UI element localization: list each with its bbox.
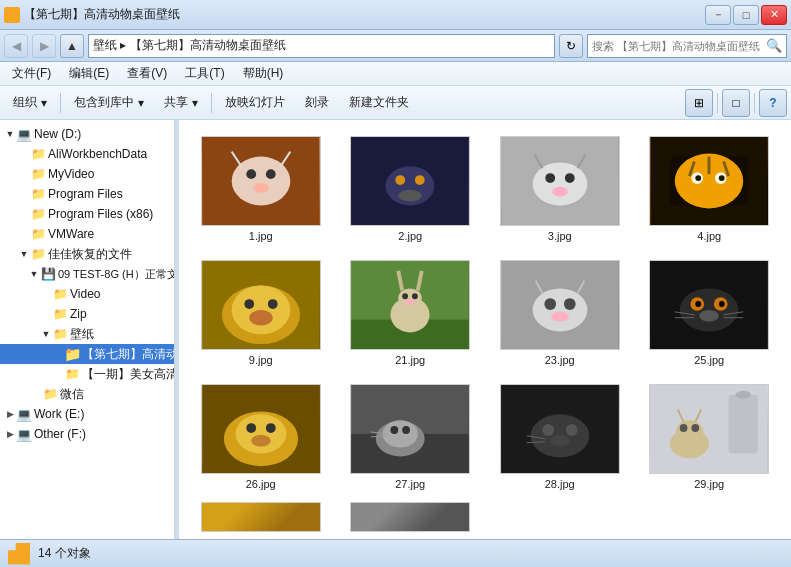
address-bar: ◀ ▶ ▲ 壁纸 ▸ 【第七期】高清动物桌面壁纸 ↻ 🔍: [0, 30, 791, 62]
svg-rect-84: [729, 395, 758, 454]
burn-button[interactable]: 刻录: [296, 89, 338, 117]
file-thumbnail-partial-2: [350, 502, 470, 532]
sidebar-item-programfiles[interactable]: 📁 Program Files: [0, 184, 174, 204]
window-icon: [4, 7, 20, 23]
sidebar-item-zip[interactable]: 📁 Zip: [0, 304, 174, 324]
menu-help[interactable]: 帮助(H): [235, 63, 292, 84]
new-folder-button[interactable]: 新建文件夹: [340, 89, 418, 117]
menu-tools[interactable]: 工具(T): [177, 63, 232, 84]
arrow-programfiles: [18, 188, 30, 200]
arrow-bizhi: ▼: [40, 328, 52, 340]
svg-point-9: [396, 175, 406, 185]
file-item-28[interactable]: 28.jpg: [490, 380, 630, 494]
minimize-button[interactable]: －: [705, 5, 731, 25]
sidebar-item-video[interactable]: 📁 Video: [0, 284, 174, 304]
svg-point-10: [415, 175, 425, 185]
back-button[interactable]: ◀: [4, 34, 28, 58]
file-name-2: 2.jpg: [398, 230, 422, 242]
sidebar-item-q1[interactable]: 📁 【一期】美女高清壁纸: [0, 364, 174, 384]
file-area: 1.jpg 2.jpg: [179, 120, 791, 539]
svg-point-65: [246, 423, 256, 433]
file-item-partial-2[interactable]: [341, 498, 481, 536]
file-item-27[interactable]: 27.jpg: [341, 380, 481, 494]
folder-icon-video: 📁: [52, 286, 68, 302]
file-thumbnail-3: [500, 136, 620, 226]
label-work-e: Work (E:): [34, 407, 84, 421]
file-item-4[interactable]: 4.jpg: [640, 132, 780, 246]
svg-point-41: [402, 293, 408, 299]
close-button[interactable]: ✕: [761, 5, 787, 25]
status-text: 14 个对象: [38, 545, 91, 562]
forward-button[interactable]: ▶: [32, 34, 56, 58]
svg-point-2: [246, 169, 256, 179]
sidebar-item-test8g[interactable]: ▼ 💾 09 TEST-8G (H）正常文件 (8278...: [0, 264, 174, 284]
file-thumbnail-26: [201, 384, 321, 474]
folder-icon-myvideo: 📁: [30, 166, 46, 182]
svg-point-15: [565, 173, 575, 183]
details-pane-button[interactable]: □: [722, 89, 750, 117]
menu-bar: 文件(F) 编辑(E) 查看(V) 工具(T) 帮助(H): [0, 62, 791, 86]
menu-file[interactable]: 文件(F): [4, 63, 59, 84]
sidebar-item-myvideo[interactable]: 📁 MyVideo: [0, 164, 174, 184]
file-thumbnail-svg-25: [650, 261, 768, 349]
folder-icon-q1: 📁: [64, 366, 80, 382]
sidebar-item-jiajia[interactable]: ▼ 📁 佳佳恢复的文件: [0, 244, 174, 264]
file-name-1: 1.jpg: [249, 230, 273, 242]
drive-icon-test8g: 💾: [40, 266, 56, 282]
sidebar-item-bizhi[interactable]: ▼ 📁 壁纸: [0, 324, 174, 344]
svg-point-11: [399, 190, 422, 202]
arrow-programfilesx86: [18, 208, 30, 220]
file-item-23[interactable]: 23.jpg: [490, 256, 630, 370]
view-toggle-button[interactable]: ⊞: [685, 89, 713, 117]
sidebar-item-programfilesx86[interactable]: 📁 Program Files (x86): [0, 204, 174, 224]
file-item-2[interactable]: 2.jpg: [341, 132, 481, 246]
maximize-button[interactable]: □: [733, 5, 759, 25]
svg-point-57: [699, 310, 719, 322]
svg-point-72: [391, 426, 399, 434]
sidebar-item-new-d[interactable]: ▼ 💻 New (D:): [0, 124, 174, 144]
slideshow-button[interactable]: 放映幻灯片: [216, 89, 294, 117]
file-item-partial-1[interactable]: [191, 498, 331, 536]
share-button[interactable]: 共享 ▾: [155, 89, 207, 117]
search-input[interactable]: [592, 40, 764, 52]
file-item-1[interactable]: 1.jpg: [191, 132, 331, 246]
file-item-9[interactable]: 9.jpg: [191, 256, 331, 370]
title-bar-left: 【第七期】高清动物桌面壁纸: [4, 6, 180, 23]
menu-view[interactable]: 查看(V): [119, 63, 175, 84]
file-name-21: 21.jpg: [395, 354, 425, 366]
up-button[interactable]: ▲: [60, 34, 84, 58]
label-jiajia: 佳佳恢复的文件: [48, 246, 132, 263]
svg-point-16: [552, 187, 568, 197]
file-item-26[interactable]: 26.jpg: [191, 380, 331, 494]
svg-point-33: [268, 299, 278, 309]
main-area: ▼ 💻 New (D:) 📁 AliWorkbenchData 📁 MyVide…: [0, 120, 791, 539]
sidebar-item-q7[interactable]: 📁 【第七期】高清动物桌面壁纸: [0, 344, 174, 364]
file-item-25[interactable]: 25.jpg: [640, 256, 780, 370]
include-library-button[interactable]: 包含到库中 ▾: [65, 89, 153, 117]
address-path[interactable]: 壁纸 ▸ 【第七期】高清动物桌面壁纸: [88, 34, 555, 58]
organize-arrow: ▾: [41, 96, 47, 110]
file-item-21[interactable]: 21.jpg: [341, 256, 481, 370]
svg-point-46: [544, 298, 556, 310]
sidebar-item-work-e[interactable]: ▶ 💻 Work (E:): [0, 404, 174, 424]
help-button[interactable]: ?: [759, 89, 787, 117]
sidebar-item-vmware[interactable]: 📁 VMWare: [0, 224, 174, 244]
file-item-29[interactable]: 29.jpg: [640, 380, 780, 494]
arrow-zip: [40, 308, 52, 320]
file-name-23: 23.jpg: [545, 354, 575, 366]
svg-point-42: [412, 293, 418, 299]
menu-edit[interactable]: 编辑(E): [61, 63, 117, 84]
refresh-button[interactable]: ↻: [559, 34, 583, 58]
sidebar-item-ali[interactable]: 📁 AliWorkbenchData: [0, 144, 174, 164]
svg-point-52: [680, 288, 739, 331]
file-thumbnail-svg-9: [202, 261, 320, 349]
file-thumbnail-svg-1: [202, 137, 320, 225]
arrow-weixin: [30, 388, 42, 400]
sidebar-item-weixin[interactable]: 📁 微信: [0, 384, 174, 404]
svg-point-14: [545, 173, 555, 183]
file-item-3[interactable]: 3.jpg: [490, 132, 630, 246]
label-programfiles: Program Files: [48, 187, 123, 201]
sidebar-item-other-f[interactable]: ▶ 💻 Other (F:): [0, 424, 174, 444]
drive-icon-work-e: 💻: [16, 406, 32, 422]
organize-button[interactable]: 组织 ▾: [4, 89, 56, 117]
